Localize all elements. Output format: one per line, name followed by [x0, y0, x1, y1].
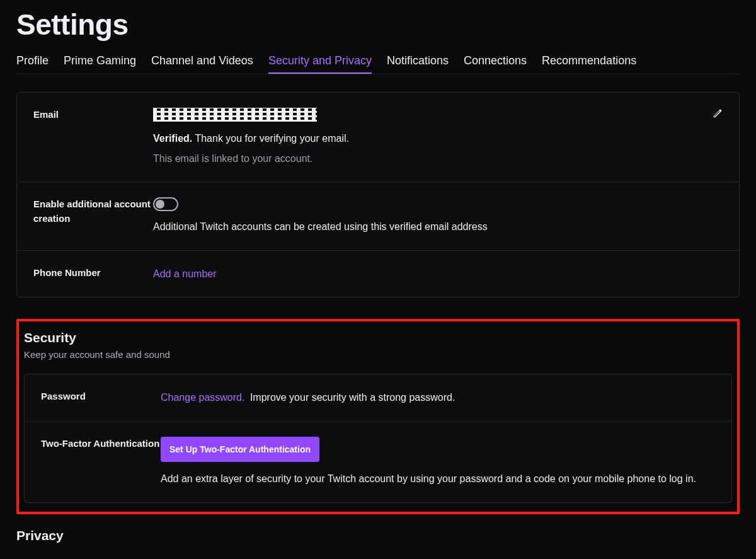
enable-additional-label: Enable additional account creation [33, 197, 153, 235]
enable-additional-toggle[interactable] [153, 197, 178, 211]
setup-2fa-button[interactable]: Set Up Two-Factor Authentication [161, 437, 319, 462]
phone-label: Phone Number [33, 266, 153, 282]
settings-tabs: Profile Prime Gaming Channel and Videos … [16, 54, 740, 74]
tab-profile[interactable]: Profile [16, 54, 49, 74]
page-title: Settings [16, 8, 740, 42]
security-title: Security [24, 330, 732, 345]
tab-notifications[interactable]: Notifications [387, 54, 449, 74]
security-subtitle: Keep your account safe and sound [24, 349, 732, 360]
email-value-redacted [153, 108, 317, 122]
tab-prime-gaming[interactable]: Prime Gaming [64, 54, 136, 74]
toggle-knob [156, 200, 164, 209]
row-email: Email Verified. Thank you for verifying … [17, 93, 739, 182]
tab-security-privacy[interactable]: Security and Privacy [268, 54, 372, 74]
pencil-icon[interactable] [711, 108, 723, 119]
change-password-link[interactable]: Change password. [161, 392, 244, 403]
two-factor-label: Two-Factor Authentication [41, 437, 161, 487]
security-card: Password Change password. Improve your s… [24, 374, 732, 503]
row-enable-additional: Enable additional account creation Addit… [17, 182, 739, 251]
email-verified-text: Thank you for verifying your email. [195, 133, 349, 144]
row-phone: Phone Number Add a number [17, 251, 739, 297]
tab-recommendations[interactable]: Recommendations [542, 54, 636, 74]
tab-channel-videos[interactable]: Channel and Videos [151, 54, 253, 74]
tab-connections[interactable]: Connections [464, 54, 527, 74]
email-verified-prefix: Verified. [153, 133, 192, 144]
password-label: Password [41, 389, 161, 406]
privacy-title: Privacy [16, 528, 740, 543]
row-password: Password Change password. Improve your s… [25, 374, 731, 422]
row-two-factor: Two-Factor Authentication Set Up Two-Fac… [25, 422, 731, 502]
two-factor-description: Add an extra layer of security to your T… [161, 471, 715, 487]
add-phone-link[interactable]: Add a number [153, 268, 217, 279]
email-linked-text: This email is linked to your account. [153, 151, 723, 167]
password-description: Improve your security with a strong pass… [250, 392, 455, 403]
email-label: Email [33, 108, 153, 166]
security-section-highlight: Security Keep your account safe and soun… [16, 319, 740, 514]
contact-card: Email Verified. Thank you for verifying … [16, 92, 740, 297]
enable-additional-description: Additional Twitch accounts can be create… [153, 219, 723, 235]
